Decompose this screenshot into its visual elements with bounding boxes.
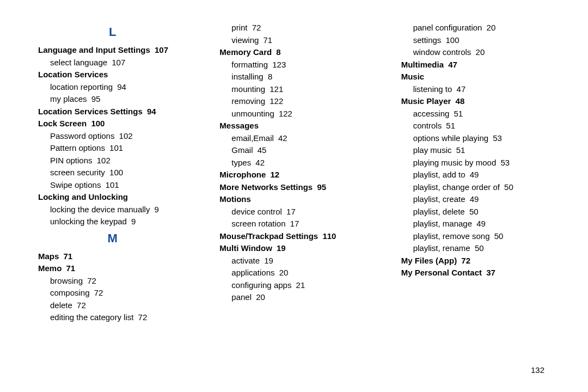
index-subentry-label: accessing	[413, 109, 450, 118]
index-subentry: delete 72	[50, 299, 187, 312]
index-subentry: playing music by mood 53	[413, 157, 550, 169]
index-page-ref: 17	[290, 219, 299, 228]
index-page-ref: 95	[91, 94, 101, 103]
index-subentry: configuring apps 21	[231, 279, 368, 292]
index-subentry-label: locking the device manually	[50, 205, 150, 214]
index-page-ref: 107	[112, 58, 125, 67]
index-subentry-label: listening to	[413, 84, 452, 94]
index-subentry: unmounting 122	[231, 108, 368, 120]
index-subentry-label: delete	[50, 301, 72, 310]
index-subentry-label: browsing	[50, 276, 83, 285]
index-heading-label: Music	[401, 72, 425, 81]
index-page-ref: 101	[106, 180, 119, 189]
index-page-ref: 72	[461, 256, 470, 265]
index-subentry: playlist, add to 49	[413, 169, 550, 181]
index-page-ref: 71	[66, 264, 76, 273]
index-heading: Location Services Settings 94	[38, 106, 187, 118]
index-subentry-label: settings	[413, 35, 442, 45]
index-page-ref: 53	[493, 133, 502, 143]
index-heading: My Personal Contact 37	[401, 267, 550, 279]
index-subentry: playlist, rename 50	[413, 242, 550, 255]
index-page-ref: 42	[278, 133, 287, 143]
index-subentry: window controls 20	[413, 46, 550, 59]
index-subentry: PIN options 102	[50, 155, 187, 167]
index-subentry: installing 8	[231, 71, 368, 83]
index-subentry: locking the device manually 9	[50, 204, 187, 216]
index-page-ref: 51	[446, 121, 455, 130]
index-page-ref: 101	[109, 143, 123, 152]
index-subentry-label: playlist, change order of	[413, 182, 500, 192]
index-subentry-label: screen rotation	[231, 219, 285, 228]
index-column-3: panel configuration 20settings 100window…	[401, 22, 550, 324]
index-heading: Music Player 48	[401, 95, 550, 108]
index-page-ref: 122	[279, 109, 292, 118]
index-letter-text: M	[108, 231, 118, 245]
index-page-ref: 8	[276, 47, 280, 57]
index-subentry: controls 51	[413, 120, 550, 132]
index-page-ref: 72	[138, 313, 148, 322]
index-subentry-label: window controls	[413, 47, 471, 57]
index-subentry: print 72	[231, 22, 368, 34]
index-subentry: types 42	[231, 157, 368, 169]
index-subentry-label: removing	[231, 96, 265, 106]
index-heading: Multi Window 19	[219, 242, 368, 255]
index-page-ref: 100	[109, 168, 123, 177]
index-page-ref: 19	[277, 243, 286, 253]
index-subentry: mounting 121	[231, 83, 368, 96]
index-heading-label: Memory Card	[219, 47, 272, 57]
index-heading-label: Language and Input Settings	[38, 45, 150, 54]
index-subentry: Password options 102	[50, 130, 187, 143]
index-page-ref: 95	[317, 182, 326, 192]
index-subentry-label: installing	[231, 72, 263, 81]
index-subentry-label: location reporting	[50, 82, 113, 91]
index-page-ref: 107	[155, 45, 168, 54]
index-page-ref: 94	[117, 82, 126, 91]
index-subentry: playlist, manage 49	[413, 218, 550, 230]
index-subentry: screen rotation 17	[231, 218, 368, 230]
index-page-ref: 19	[264, 256, 273, 265]
index-subentry: playlist, remove song 50	[413, 230, 550, 243]
index-subentry-label: playlist, create	[413, 194, 465, 204]
index-page-ref: 42	[255, 158, 265, 167]
index-subentry: removing 122	[231, 95, 368, 108]
index-subentry-label: playing music by mood	[413, 158, 497, 167]
index-page-ref: 53	[500, 158, 510, 167]
index-section-letter: L	[38, 23, 187, 41]
index-heading-label: Lock Screen	[38, 119, 87, 128]
index-page-ref: 37	[486, 268, 495, 277]
index-heading-label: My Files (App)	[401, 256, 457, 265]
index-heading: Maps 71	[38, 250, 187, 263]
index-heading-label: Multi Window	[219, 243, 272, 253]
index-page-ref: 51	[454, 109, 463, 118]
index-subentry-label: applications	[231, 268, 274, 277]
index-heading: Motions	[219, 193, 368, 206]
index-columns: LLanguage and Input Settings 107select l…	[38, 22, 550, 324]
index-page-ref: 50	[469, 207, 479, 216]
index-subentry-label: Swipe options	[50, 180, 101, 189]
index-page-ref: 48	[456, 96, 465, 106]
index-subentry-label: formatting	[231, 60, 268, 69]
index-heading: Lock Screen 100	[38, 118, 187, 130]
index-heading-label: Locking and Unlocking	[38, 192, 128, 201]
index-subentry: accessing 51	[413, 108, 550, 120]
index-page-ref: 20	[279, 268, 289, 277]
index-subentry-label: playlist, manage	[413, 219, 472, 228]
index-heading: More Networks Settings 95	[219, 181, 368, 194]
index-page-ref: 121	[270, 84, 283, 94]
index-subentry-label: unmounting	[231, 109, 274, 118]
index-subentry-label: Pattern options	[50, 143, 105, 152]
index-subentry: options while playing 53	[413, 132, 550, 145]
index-page-ref: 50	[475, 243, 484, 253]
index-subentry: browsing 72	[50, 275, 187, 287]
index-subentry-label: playlist, delete	[413, 207, 465, 216]
index-subentry: select language 107	[50, 57, 187, 69]
index-page-ref: 50	[494, 231, 504, 241]
index-subentry-label: mounting	[231, 84, 265, 94]
index-heading: Music	[401, 71, 550, 83]
index-subentry-label: email,Email	[231, 133, 274, 143]
index-subentry: email,Email 42	[231, 132, 368, 145]
index-heading-label: Mouse/Trackpad Settings	[219, 231, 318, 241]
index-page-ref: 20	[487, 23, 496, 32]
index-page-ref: 45	[258, 145, 267, 155]
index-subentry-label: configuring apps	[231, 280, 291, 290]
